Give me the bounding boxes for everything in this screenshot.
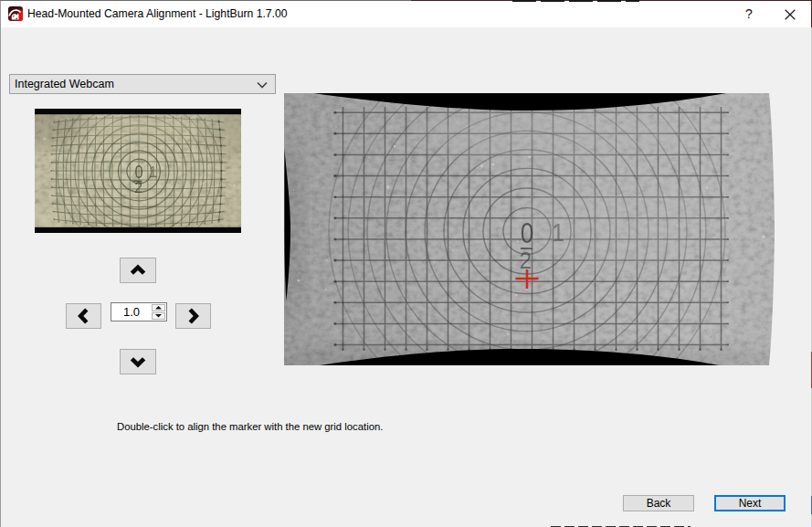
svg-text:0: 0: [521, 216, 534, 248]
svg-text:2: 2: [520, 247, 532, 273]
svg-text:1: 1: [552, 217, 564, 247]
svg-text:1: 1: [149, 164, 157, 180]
